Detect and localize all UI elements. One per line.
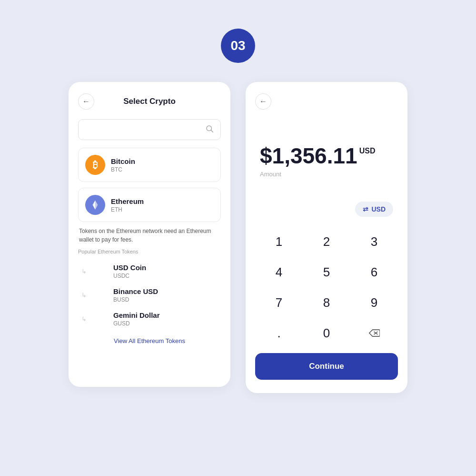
indent-icon-usdc: ↳ (80, 268, 88, 275)
key-5[interactable]: 5 (303, 257, 350, 287)
gusd-icon: G (92, 311, 109, 327)
eth-info: Ethereum ETH (111, 197, 144, 213)
btc-icon: ₿ (85, 155, 105, 175)
amount-label: Amount (255, 171, 398, 178)
popular-label: Popular Ethereum Tokens (78, 249, 221, 254)
gusd-info: Gemini Dollar GUSD (113, 311, 160, 327)
key-backspace[interactable] (350, 318, 398, 348)
continue-button[interactable]: Continue (255, 353, 398, 380)
left-panel-title: Select Crypto (123, 97, 176, 106)
key-6[interactable]: 6 (350, 257, 398, 287)
indent-icon-gusd: ↳ (80, 315, 88, 323)
usdc-symbol: USDC (113, 273, 146, 279)
eth-symbol: ETH (111, 206, 144, 213)
amount-value-row: $1,356.11USD (260, 143, 393, 169)
eth-note: Tokens on the Ethereum network need an E… (78, 227, 221, 244)
btc-name: Bitcoin (111, 157, 135, 165)
left-back-button[interactable]: ← (78, 93, 94, 110)
key-dot[interactable]: . (255, 318, 303, 348)
usdc-name: USD Coin (113, 263, 146, 272)
busd-symbol: BUSD (113, 296, 158, 303)
amount-display: $1,356.11USD (255, 133, 398, 169)
usdc-info: USD Coin USDC (113, 263, 146, 279)
amount-panel: ← $1,356.11USD Amount ⇄ USD 1 2 3 4 5 6 … (246, 82, 407, 393)
indent-icon-busd: ↳ (80, 292, 88, 299)
panels-row: ← Select Crypto ₿ Bitcoin BTC (0, 82, 476, 393)
key-2[interactable]: 2 (303, 226, 350, 257)
ethereum-section: Ethereum ETH Tokens on the Ethereum netw… (78, 188, 221, 344)
left-panel-header: ← Select Crypto (78, 93, 221, 110)
key-1[interactable]: 1 (255, 226, 303, 257)
key-0[interactable]: 0 (303, 318, 350, 348)
ethereum-item[interactable]: Ethereum ETH (78, 188, 221, 222)
btc-info: Bitcoin BTC (111, 157, 135, 173)
currency-toggle-label: USD (371, 205, 386, 213)
eth-icon (85, 195, 105, 215)
step-badge: 03 (221, 29, 255, 63)
currency-toggle-button[interactable]: ⇄ USD (355, 202, 393, 217)
gusd-name: Gemini Dollar (113, 311, 160, 319)
eth-name: Ethereum (111, 197, 144, 205)
bitcoin-item[interactable]: ₿ Bitcoin BTC (78, 148, 221, 182)
key-9[interactable]: 9 (350, 287, 398, 318)
btc-symbol: BTC (111, 166, 135, 173)
key-8[interactable]: 8 (303, 287, 350, 318)
search-box[interactable] (78, 119, 221, 140)
gusd-symbol: GUSD (113, 320, 160, 327)
busd-icon: ◆ (92, 287, 109, 303)
amount-number: $1,356.11 (260, 143, 357, 169)
busd-name: Binance USD (113, 287, 158, 295)
gusd-item[interactable]: ↳ G Gemini Dollar GUSD (78, 307, 221, 331)
busd-info: Binance USD BUSD (113, 287, 158, 303)
currency-toggle-icon: ⇄ (363, 205, 368, 213)
search-icon (205, 124, 214, 135)
amount-currency: USD (359, 147, 376, 155)
usdc-icon: $ (92, 263, 109, 279)
numpad: 1 2 3 4 5 6 7 8 9 . 0 (255, 226, 398, 348)
svg-line-1 (211, 130, 213, 132)
select-crypto-panel: ← Select Crypto ₿ Bitcoin BTC (69, 82, 230, 387)
key-7[interactable]: 7 (255, 287, 303, 318)
right-panel-header: ← (255, 93, 398, 110)
busd-item[interactable]: ↳ ◆ Binance USD BUSD (78, 283, 221, 307)
key-3[interactable]: 3 (350, 226, 398, 257)
right-back-button[interactable]: ← (255, 93, 271, 110)
usdc-item[interactable]: ↳ $ USD Coin USDC (78, 259, 221, 283)
view-all-link[interactable]: View All Ethereum Tokens (78, 337, 221, 344)
key-4[interactable]: 4 (255, 257, 303, 287)
search-input[interactable] (85, 126, 205, 134)
currency-toggle-row: ⇄ USD (255, 202, 398, 217)
